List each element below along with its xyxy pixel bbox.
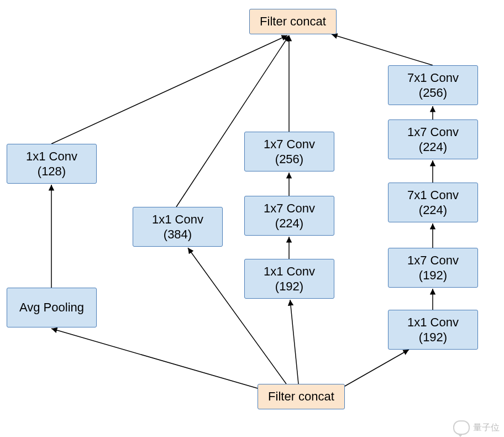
conv-7x1-256: 7x1 Conv(256) bbox=[388, 65, 478, 105]
conv-1x7-224-b4: 1x7 Conv(224) bbox=[388, 119, 478, 159]
node-label: 1x7 Conv(256) bbox=[264, 137, 315, 167]
filter-concat-top: Filter concat bbox=[249, 9, 337, 34]
node-label: 7x1 Conv(256) bbox=[407, 70, 459, 101]
conv-1x1-128: 1x1 Conv(128) bbox=[7, 144, 97, 184]
node-label: 7x1 Conv(224) bbox=[407, 188, 459, 218]
svg-line-13 bbox=[290, 300, 298, 384]
node-label: 1x1 Conv(192) bbox=[407, 315, 459, 345]
node-label: 1x1 Conv(128) bbox=[26, 149, 77, 179]
conv-1x7-224-b3: 1x7 Conv(224) bbox=[244, 196, 334, 236]
watermark: 量子位 bbox=[453, 420, 500, 435]
svg-line-3 bbox=[332, 34, 433, 65]
svg-line-11 bbox=[51, 329, 265, 391]
watermark-text: 量子位 bbox=[473, 422, 500, 434]
conv-1x7-256: 1x7 Conv(256) bbox=[244, 132, 334, 171]
node-label: 1x7 Conv(192) bbox=[407, 253, 459, 283]
avg-pooling: Avg Pooling bbox=[7, 288, 97, 327]
conv-1x1-192-b4: 1x1 Conv(192) bbox=[388, 310, 478, 350]
node-label: 1x7 Conv(224) bbox=[264, 201, 315, 231]
conv-1x7-192: 1x7 Conv(192) bbox=[388, 248, 478, 288]
svg-line-14 bbox=[337, 350, 409, 391]
node-label: 1x7 Conv(224) bbox=[407, 124, 459, 155]
conv-1x1-192-b3: 1x1 Conv(192) bbox=[244, 259, 334, 299]
conv-7x1-224: 7x1 Conv(224) bbox=[388, 183, 478, 222]
node-label: 1x1 Conv(384) bbox=[152, 212, 203, 242]
node-label: 1x1 Conv(192) bbox=[264, 264, 315, 294]
wechat-icon bbox=[453, 420, 470, 435]
filter-concat-bottom: Filter concat bbox=[258, 384, 345, 409]
svg-line-1 bbox=[176, 35, 289, 207]
svg-line-0 bbox=[51, 35, 287, 144]
conv-1x1-384: 1x1 Conv(384) bbox=[133, 207, 223, 247]
